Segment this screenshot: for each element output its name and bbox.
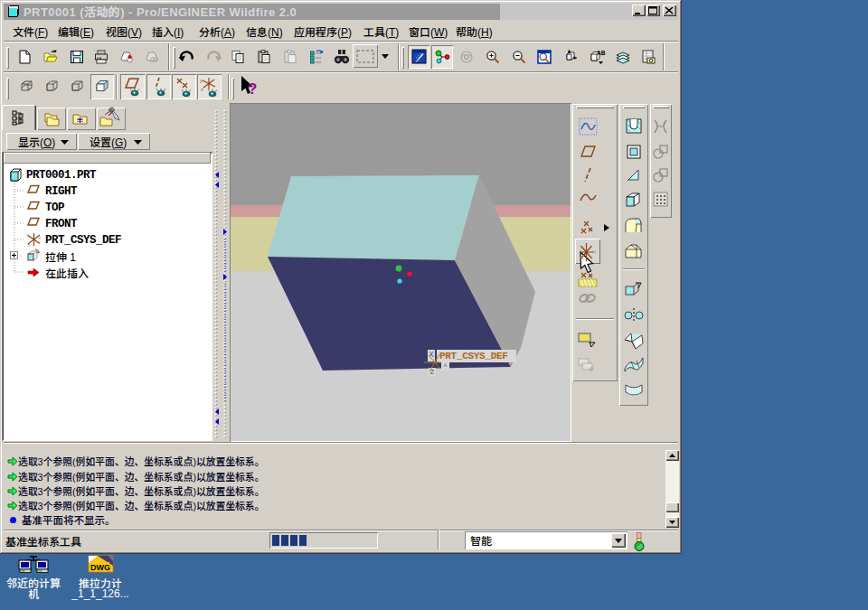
svg-text:y: y	[26, 232, 30, 239]
svg-text:z: z	[27, 242, 30, 249]
svg-text:y: y	[200, 79, 203, 84]
svg-text:DWG: DWG	[90, 563, 110, 572]
svg-text:?: ?	[248, 80, 257, 98]
svg-text:x: x	[38, 235, 42, 241]
svg-text:z: z	[201, 88, 203, 93]
svg-text:AB: AB	[597, 50, 606, 56]
